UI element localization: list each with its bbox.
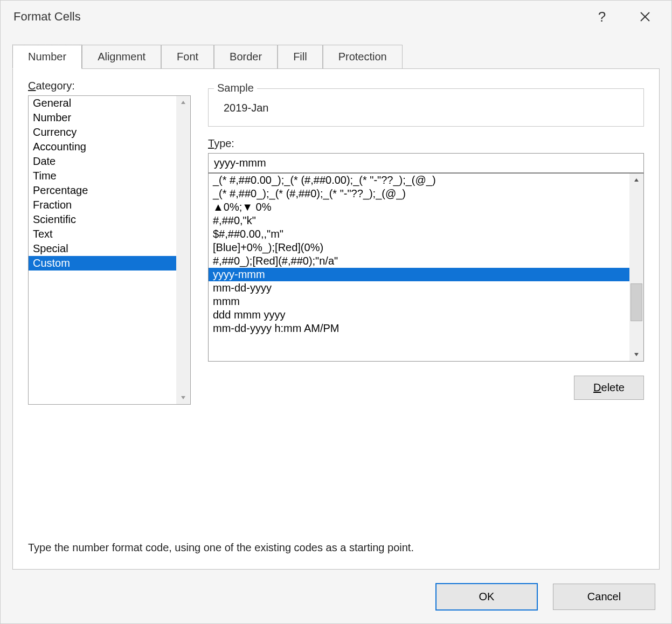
scroll-thumb[interactable] (631, 283, 642, 321)
category-item-number[interactable]: Number (29, 110, 176, 125)
tab-alignment[interactable]: Alignment (82, 45, 161, 68)
format-list[interactable]: _(* #,##0.00_);_(* (#,##0.00);_(* "-"??_… (208, 173, 644, 362)
category-scrollbar[interactable] (176, 96, 190, 404)
format-cells-dialog: Format Cells ? Number Alignment Font Bor… (0, 0, 672, 624)
window-title: Format Cells (13, 10, 572, 24)
category-item-accounting[interactable]: Accounting (29, 140, 176, 154)
titlebar: Format Cells ? (1, 1, 671, 33)
dialog-footer: OK Cancel (1, 570, 671, 623)
format-item[interactable]: ▲0%;▼ 0% (209, 200, 629, 214)
tab-number[interactable]: Number (12, 45, 82, 69)
format-item[interactable]: _(* #,##0.00_);_(* (#,##0.00);_(* "-"??_… (209, 174, 629, 187)
delete-button[interactable]: Delete (574, 376, 644, 400)
category-item-currency[interactable]: Currency (29, 125, 176, 140)
category-column: Category: General Number Currency Accoun… (28, 80, 191, 522)
scroll-up-icon[interactable] (180, 96, 186, 109)
category-item-general[interactable]: General (29, 96, 176, 110)
format-item[interactable]: _(* #,##0_);_(* (#,##0);_(* "-"??_);_(@_… (209, 187, 629, 200)
delete-row: Delete (208, 376, 644, 400)
category-item-date[interactable]: Date (29, 154, 176, 169)
type-input[interactable] (208, 153, 644, 173)
sample-box: Sample 2019-Jan (208, 88, 644, 127)
format-item[interactable]: #,##0_);[Red](#,##0);"n/a" (209, 254, 629, 268)
format-item[interactable]: $#,##0.00,,"m" (209, 227, 629, 241)
tab-font[interactable]: Font (161, 45, 214, 68)
format-item[interactable]: mm-dd-yyyy h:mm AM/PM (209, 322, 629, 335)
type-label: Type: (208, 137, 644, 150)
ok-button[interactable]: OK (435, 583, 538, 611)
help-icon[interactable]: ? (588, 3, 615, 30)
category-item-text[interactable]: Text (29, 227, 176, 241)
category-item-percentage[interactable]: Percentage (29, 183, 176, 198)
close-icon[interactable] (632, 3, 659, 30)
category-item-scientific[interactable]: Scientific (29, 212, 176, 227)
format-item-selected[interactable]: yyyy-mmm (209, 268, 629, 281)
format-item[interactable]: [Blue]+0%_);[Red](0%) (209, 241, 629, 254)
sample-value: 2019-Jan (224, 102, 632, 114)
category-item-time[interactable]: Time (29, 169, 176, 183)
tab-border[interactable]: Border (214, 45, 278, 68)
scroll-down-icon[interactable] (180, 391, 186, 404)
hint-text: Type the number format code, using one o… (28, 542, 644, 554)
category-item-special[interactable]: Special (29, 241, 176, 256)
format-item[interactable]: mm-dd-yyyy (209, 281, 629, 295)
dialog-body: Number Alignment Font Border Fill Protec… (1, 33, 671, 570)
format-item[interactable]: ddd mmm yyyy (209, 308, 629, 322)
sample-label: Sample (214, 82, 257, 94)
format-column: Sample 2019-Jan Type: _(* #,##0.00_);_(*… (208, 80, 644, 522)
format-item[interactable]: #,##0,"k" (209, 214, 629, 227)
scroll-down-icon[interactable] (633, 348, 640, 361)
category-label: Category: (28, 80, 191, 92)
scroll-up-icon[interactable] (633, 174, 640, 186)
tab-panel-number: Category: General Number Currency Accoun… (12, 68, 660, 570)
category-list[interactable]: General Number Currency Accounting Date … (28, 95, 191, 405)
cancel-button[interactable]: Cancel (553, 584, 655, 610)
category-item-fraction[interactable]: Fraction (29, 198, 176, 212)
format-scrollbar[interactable] (629, 174, 643, 361)
scroll-track[interactable] (629, 186, 643, 348)
category-item-custom[interactable]: Custom (29, 256, 176, 271)
panel-main: Category: General Number Currency Accoun… (28, 80, 644, 522)
format-item[interactable]: mmm (209, 295, 629, 308)
tab-strip: Number Alignment Font Border Fill Protec… (12, 45, 660, 68)
tab-fill[interactable]: Fill (278, 45, 323, 68)
tab-protection[interactable]: Protection (323, 45, 403, 68)
